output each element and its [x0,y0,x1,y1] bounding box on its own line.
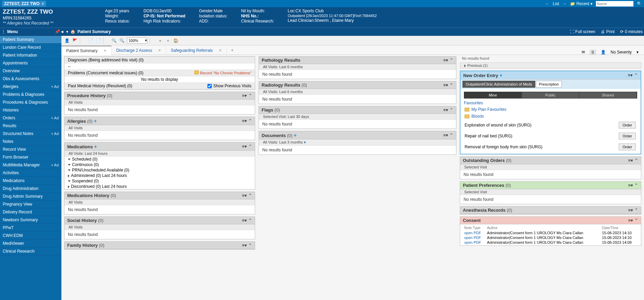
sidebar-item[interactable]: Results [0,122,61,130]
noe-pilltab[interactable]: Mine [464,92,522,98]
sidebar-item[interactable]: Histories [0,106,61,114]
name-search-input[interactable] [596,1,633,6]
favourite-link[interactable]: My Plan Favourites [471,107,507,112]
collapse-icon[interactable]: ⌃ [248,243,252,248]
add-icon[interactable]: + Ad [51,163,59,167]
sidebar-item[interactable]: Appointments [0,59,61,67]
sidebar-item[interactable]: PPwT [0,224,61,232]
collapse-icon[interactable]: ⌃ [450,133,453,138]
noe-subtab[interactable]: Prescription [536,81,562,88]
collapse-icon[interactable]: ⌃ [450,82,453,88]
sidebar-item[interactable]: Allergies+ Ad [0,83,61,91]
sidebar-item[interactable]: MultiMedia Manager+ Ad [0,161,61,169]
medication-row[interactable]: Continuous (0) [64,162,255,167]
favourites-link[interactable]: Favourites [464,101,483,105]
collapse-icon[interactable]: ⌃ [634,218,638,223]
medication-row[interactable]: PRN/Unscheduled Available (0) [64,167,255,173]
close-icon[interactable]: × [104,48,106,53]
menu-icon[interactable]: ≡▾ [443,133,448,138]
favourite-item[interactable]: Bloods [464,113,637,120]
sidebar-item[interactable]: Patient Information [0,51,61,59]
add-icon[interactable]: + Ad [51,116,59,120]
add-icon[interactable]: + Ad [51,132,59,136]
search-icon[interactable]: 🔍 [637,1,642,6]
favourite-item[interactable]: My Plan Favourites [464,106,637,113]
zoom-select[interactable]: 100%▾ [127,38,147,44]
home-icon[interactable]: 🏠 [70,29,75,34]
medication-row[interactable]: Scheduled (0) [64,156,255,162]
circle-icon[interactable]: ● [157,38,163,43]
menu-icon[interactable]: ≡▾ [628,158,633,163]
sidebar-item[interactable]: Activities [0,169,61,177]
add-doc-icon[interactable]: + [294,132,297,138]
workspace-tab[interactable]: Discharge 2 Assess× [112,46,166,55]
sidebar-item[interactable]: Record View [0,146,61,153]
add-icon[interactable]: + Ad [51,85,59,89]
sidebar-item[interactable]: Drug Admin Summary [0,193,61,200]
sidebar-item[interactable]: CWH:EDM [0,232,61,240]
add-allergy-icon[interactable]: + [94,118,97,124]
menu-icon[interactable]: ≡▾ [443,58,448,63]
collapse-icon[interactable]: ⌃ [634,158,638,163]
menu-icon[interactable]: ≡▾ [242,93,247,98]
sidebar-item[interactable]: Structured Notes+ Ad [0,130,61,138]
sidebar-item[interactable]: Pregnancy View [0,200,61,208]
sidebar-item[interactable]: Notes [0,138,61,146]
circle2-icon[interactable]: ● [165,38,171,43]
sidebar-item[interactable]: Delivery Record [0,208,61,216]
fullscreen-button[interactable]: ⛶Full screen [570,29,596,34]
nav-back-icon[interactable]: ◄ [60,29,64,34]
record-no-chronic-link[interactable]: Record "No Chronic Problems" [194,71,251,75]
sidebar-item[interactable]: Newborn Summary [0,216,61,224]
collapse-icon[interactable]: ⌃ [450,107,453,112]
order-button[interactable]: Order [619,122,636,129]
recent-button[interactable]: 📁 Recent ▾ [570,1,592,6]
collapse-icon[interactable]: ⌃ [450,58,453,63]
zoom-in-icon[interactable]: 🔍 [111,38,117,43]
menu-icon[interactable]: ≡▾ [242,193,247,198]
collapse-icon[interactable]: ⌃ [248,193,252,198]
collapse-icon[interactable]: ⌃ [634,183,638,188]
noe-subtab[interactable]: Outpatient/Clinic Administration of Meds [463,81,535,88]
zoom-out-icon[interactable]: 🔍 [119,38,125,43]
sidebar-item[interactable]: Orders+ Ad [0,114,61,122]
open-pdf-link[interactable]: open PDF [464,236,481,240]
flag-icon[interactable]: 🚩 [72,38,78,43]
home2-icon[interactable]: 🏠 [173,38,179,43]
doc-icon[interactable]: 📄 [88,38,93,43]
menu-icon[interactable]: ≡▾ [242,118,247,123]
arrow-right-icon[interactable]: → [562,1,567,6]
menu-icon[interactable]: ≡▾ [628,183,633,188]
order-button[interactable]: Order [619,144,636,150]
favourite-link[interactable]: Bloods [471,114,484,119]
menu-icon[interactable]: ≡▾ [242,218,247,223]
menu-icon[interactable]: ≡▾ [443,107,448,112]
collapse-icon[interactable]: ⌃ [248,144,252,149]
sidebar-item[interactable]: Problems & Diagnoses [0,91,61,99]
close-icon[interactable]: × [42,1,44,6]
add-order-icon[interactable]: + [499,72,502,78]
order-button[interactable]: Order [619,133,636,139]
sidebar-item[interactable]: Procedures & Diagnoses [0,99,61,106]
collapse-icon[interactable]: ⌃ [248,218,252,223]
chevron-down-icon[interactable]: ▾ [304,140,306,144]
menu-handle-icon[interactable]: ⋮ [1,29,6,34]
add-med-icon[interactable]: + [94,144,97,149]
collapse-icon[interactable]: ⌃ [634,73,638,78]
menu-icon[interactable]: ≡▾ [242,144,247,149]
sidebar-item[interactable]: MediViewer [0,240,61,247]
mail-icon[interactable]: ✉ [582,50,585,55]
sidebar-item[interactable]: Patient Summary [0,36,61,44]
sidebar-item[interactable]: Overview [0,67,61,75]
sidebar-item[interactable]: Medications [0,177,61,185]
collapse-icon[interactable]: ⌃ [248,118,252,123]
refresh-button[interactable]: ⟳0 minutes [620,29,643,34]
close-icon[interactable]: × [158,48,161,53]
menu-icon[interactable]: ≡▾ [628,208,633,213]
sidebar-item[interactable]: Form Browser [0,153,61,161]
noe-pilltab[interactable]: Public [522,92,580,98]
pin-icon[interactable]: 📌 [55,29,60,34]
chevron-down-icon[interactable]: ▾ [636,50,639,55]
previous-row[interactable]: Previous (1) [460,62,641,69]
sidebar-item[interactable]: Clinical Research [0,247,61,255]
